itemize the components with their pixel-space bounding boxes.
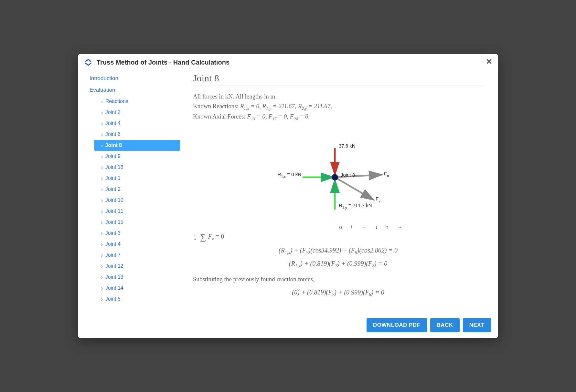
sidebar-item-joint-11[interactable]: ›Joint 11 bbox=[97, 206, 180, 217]
modal-body: IntroductionEvaluation›Reactions›Joint 2… bbox=[78, 69, 498, 314]
page-title: Joint 8 bbox=[193, 73, 483, 86]
chevron-right-icon: › bbox=[101, 219, 103, 226]
joint-node bbox=[332, 174, 338, 181]
chevron-right-icon: › bbox=[101, 230, 103, 237]
units-line: All forces in kN. All lengths in m. bbox=[193, 92, 483, 101]
sidebar-item-joint-3[interactable]: ›Joint 3 bbox=[97, 228, 180, 239]
sidebar-item-joint-4[interactable]: ›Joint 4 bbox=[97, 239, 180, 250]
sidebar-item-label: Joint 7 bbox=[105, 252, 121, 258]
chevron-right-icon: › bbox=[101, 197, 103, 204]
member-f7-arrow bbox=[335, 177, 374, 200]
sidebar-item-joint-1[interactable]: ›Joint 1 bbox=[97, 173, 180, 184]
app-logo-icon bbox=[84, 58, 92, 66]
download-pdf-button[interactable]: DOWNLOAD PDF bbox=[367, 318, 427, 332]
sidebar-nav[interactable]: IntroductionEvaluation›Reactions›Joint 2… bbox=[83, 69, 183, 314]
content-pane[interactable]: Joint 8 All forces in kN. All lengths in… bbox=[183, 69, 493, 314]
f8-label: F8 bbox=[384, 171, 389, 178]
sidebar-item-joint-5[interactable]: ›Joint 5 bbox=[97, 294, 180, 304]
ry-label: R1,y = 211.7 kN bbox=[339, 202, 372, 210]
sidebar-item-label: Joint 13 bbox=[105, 274, 123, 280]
back-button[interactable]: BACK bbox=[430, 318, 460, 332]
diagram-controls[interactable]: − o + ← ↓ ↑ → bbox=[193, 224, 483, 231]
known-axial-line: Known Axial Forces: F13 = 0, F17 = 0, F2… bbox=[193, 112, 483, 122]
load-label: 37.6 kN bbox=[339, 143, 356, 149]
sidebar-item-joint-12[interactable]: ›Joint 12 bbox=[97, 261, 180, 272]
sidebar-item-joint-8[interactable]: ›Joint 8 bbox=[94, 140, 180, 151]
sidebar-item-label: Joint 16 bbox=[105, 164, 123, 170]
sidebar-item-joint-7[interactable]: ›Joint 7 bbox=[97, 250, 180, 261]
equation-1: (R1,x) + (F7)(cos34.992) + (F8)(cos2.862… bbox=[193, 247, 483, 255]
sidebar-item-label: Joint 6 bbox=[105, 131, 121, 137]
sidebar-section-introduction[interactable]: Introduction bbox=[88, 73, 180, 84]
chevron-right-icon: › bbox=[101, 186, 103, 193]
sidebar-item-reactions[interactable]: ›Reactions bbox=[97, 96, 180, 107]
sidebar-item-joint-9[interactable]: ›Joint 9 bbox=[97, 151, 180, 162]
sidebar-item-joint-14[interactable]: ›Joint 14 bbox=[97, 283, 180, 294]
sidebar-item-joint-13[interactable]: ›Joint 13 bbox=[97, 272, 180, 283]
sidebar-item-joint-4[interactable]: ›Joint 4 bbox=[97, 118, 180, 129]
chevron-right-icon: › bbox=[101, 284, 103, 292]
chevron-right-icon: › bbox=[101, 120, 103, 127]
sidebar-item-joint-15[interactable]: ›Joint 15 bbox=[97, 217, 180, 228]
sidebar-item-label: Joint 4 bbox=[105, 120, 121, 126]
close-button[interactable]: ✕ bbox=[486, 58, 492, 66]
chevron-right-icon: › bbox=[101, 142, 103, 149]
sidebar-item-joint-16[interactable]: ›Joint 16 bbox=[97, 162, 180, 173]
direction-icon: +→ bbox=[193, 233, 197, 241]
sidebar-item-joint-6[interactable]: ›Joint 6 bbox=[97, 129, 180, 140]
axial-prefix: Known Axial Forces: bbox=[193, 113, 247, 120]
modal-dialog: Truss Method of Joints - Hand Calculatio… bbox=[78, 54, 498, 338]
sidebar-item-joint-2[interactable]: ›Joint 2 bbox=[97, 184, 180, 195]
equation-2: (R1,x) + (0.819)(F7) + (0.999)(F8) = 0 bbox=[193, 260, 483, 269]
f7-label: F7 bbox=[376, 196, 380, 203]
substitution-text: Substituting the previously found reacti… bbox=[193, 274, 483, 284]
chevron-right-icon: › bbox=[101, 98, 103, 105]
sidebar-item-label: Joint 11 bbox=[105, 208, 123, 214]
reactions-prefix: Known Reactions: bbox=[193, 103, 240, 109]
modal-header: Truss Method of Joints - Hand Calculatio… bbox=[78, 54, 498, 69]
sidebar-item-label: Joint 4 bbox=[105, 241, 121, 247]
sidebar-item-joint-10[interactable]: ›Joint 10 bbox=[97, 195, 180, 206]
sidebar-item-label: Joint 8 bbox=[105, 142, 122, 148]
modal-title: Truss Method of Joints - Hand Calculatio… bbox=[97, 59, 229, 66]
joint-label: Joint 8 bbox=[341, 172, 355, 178]
chevron-right-icon: › bbox=[101, 164, 103, 171]
sidebar-item-label: Joint 5 bbox=[105, 296, 121, 302]
chevron-right-icon: › bbox=[101, 131, 103, 138]
rx-label: R1,x = 0 kN bbox=[278, 171, 301, 179]
next-button[interactable]: NEXT bbox=[463, 318, 491, 332]
intro-block: All forces in kN. All lengths in m. Know… bbox=[193, 92, 483, 122]
sidebar-item-label: Joint 2 bbox=[105, 186, 121, 192]
known-reactions-line: Known Reactions: R1,x = 0, R1,y = 211.67… bbox=[193, 101, 483, 112]
chevron-right-icon: › bbox=[101, 273, 103, 281]
sidebar-section-evaluation[interactable]: Evaluation bbox=[88, 84, 180, 96]
sidebar-item-label: Joint 10 bbox=[105, 197, 123, 203]
modal-footer: DOWNLOAD PDF BACK NEXT bbox=[78, 314, 498, 338]
sidebar-item-label: Joint 9 bbox=[105, 153, 121, 159]
equation-3: (0) + (0.819)(F7) + (0.999)(F8) = 0 bbox=[193, 289, 483, 297]
sidebar-item-joint-2[interactable]: ›Joint 2 bbox=[97, 107, 180, 118]
chevron-right-icon: › bbox=[101, 175, 103, 182]
chevron-right-icon: › bbox=[101, 153, 103, 160]
free-body-diagram: 37.6 kN Joint 8 R1,x = 0 kN R1,y = 211.7… bbox=[193, 142, 483, 217]
sidebar-item-label: Joint 12 bbox=[105, 263, 123, 269]
chevron-right-icon: › bbox=[101, 295, 103, 303]
chevron-right-icon: › bbox=[101, 241, 103, 248]
sidebar-item-label: Joint 3 bbox=[105, 230, 121, 236]
chevron-right-icon: › bbox=[101, 252, 103, 259]
sidebar-item-label: Joint 1 bbox=[105, 175, 121, 181]
chevron-right-icon: › bbox=[101, 208, 103, 215]
sidebar-item-label: Reactions bbox=[105, 98, 128, 104]
sidebar-item-label: Joint 2 bbox=[105, 109, 121, 115]
chevron-right-icon: › bbox=[101, 109, 103, 116]
sum-fx-equation: +→ ∑ Fx = 0 bbox=[193, 232, 483, 242]
sidebar-item-label: Joint 15 bbox=[105, 219, 123, 225]
sidebar-item-label: Joint 14 bbox=[105, 285, 123, 291]
chevron-right-icon: › bbox=[101, 263, 103, 270]
